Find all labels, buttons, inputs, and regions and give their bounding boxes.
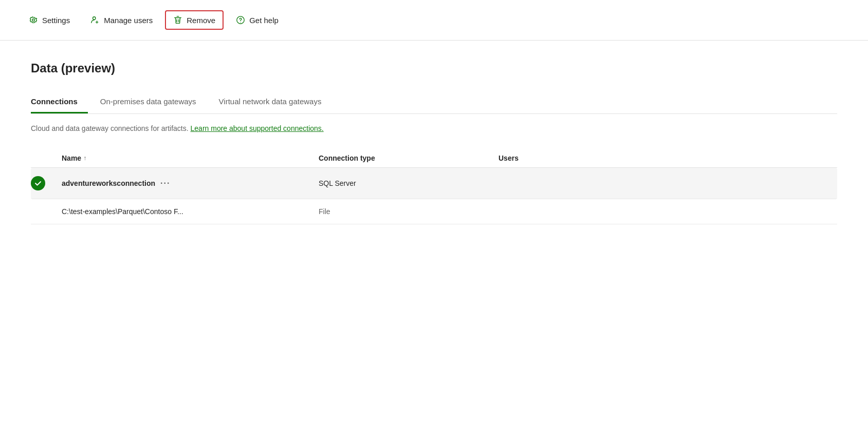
get-help-button[interactable]: Get help bbox=[228, 10, 287, 30]
row-name-cell: adventureworksconnection ··· bbox=[62, 179, 319, 188]
gear-icon bbox=[29, 15, 38, 25]
settings-button[interactable]: Settings bbox=[21, 10, 78, 30]
trash-icon bbox=[173, 15, 182, 25]
row-connection-type-cell: SQL Server bbox=[319, 179, 498, 187]
description-text: Cloud and data gateway connections for a… bbox=[31, 124, 837, 132]
main-content: Data (preview) Connections On-premises d… bbox=[0, 41, 868, 245]
manage-users-icon bbox=[90, 15, 100, 25]
table-row[interactable]: C:\test-examples\Parquet\Contoso F... Fi… bbox=[31, 199, 837, 224]
connections-table: Name ↑ Connection type Users adventu bbox=[31, 149, 837, 224]
svg-point-0 bbox=[93, 17, 96, 20]
tab-on-premises[interactable]: On-premises data gateways bbox=[100, 92, 207, 113]
row-status-cell bbox=[31, 176, 62, 190]
manage-users-label: Manage users bbox=[104, 16, 153, 25]
col-connection-type: Connection type bbox=[319, 154, 498, 162]
tab-virtual-network[interactable]: Virtual network data gateways bbox=[219, 92, 332, 113]
learn-more-link[interactable]: Learn more about supported connections. bbox=[191, 124, 324, 132]
connected-status-icon bbox=[31, 176, 45, 190]
page-title: Data (preview) bbox=[31, 61, 837, 75]
col-extra bbox=[601, 154, 837, 162]
tabs-container: Connections On-premises data gateways Vi… bbox=[31, 92, 837, 114]
table-header: Name ↑ Connection type Users bbox=[31, 149, 837, 168]
table-row[interactable]: adventureworksconnection ··· SQL Server bbox=[31, 168, 837, 199]
help-icon bbox=[236, 15, 245, 25]
get-help-label: Get help bbox=[249, 16, 279, 25]
svg-point-2 bbox=[240, 22, 241, 22]
tab-connections[interactable]: Connections bbox=[31, 92, 88, 113]
toolbar: Settings Manage users Remove bbox=[0, 0, 868, 41]
col-status bbox=[31, 154, 62, 162]
remove-button[interactable]: Remove bbox=[165, 10, 224, 30]
row-connection-type-cell: File bbox=[319, 207, 498, 216]
col-users: Users bbox=[498, 154, 601, 162]
col-name[interactable]: Name ↑ bbox=[62, 154, 319, 162]
row-options-button[interactable]: ··· bbox=[160, 179, 170, 188]
manage-users-button[interactable]: Manage users bbox=[82, 10, 161, 30]
row-name-cell: C:\test-examples\Parquet\Contoso F... bbox=[62, 207, 319, 216]
settings-label: Settings bbox=[42, 16, 70, 25]
sort-asc-icon: ↑ bbox=[83, 155, 86, 162]
remove-label: Remove bbox=[187, 16, 215, 25]
